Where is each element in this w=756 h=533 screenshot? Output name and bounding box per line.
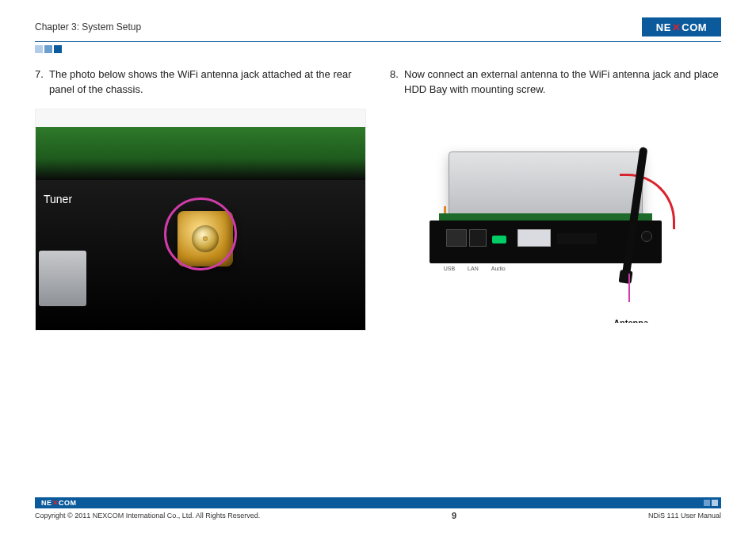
page-header: Chapter 3: System Setup NE✕COM [35, 17, 721, 36]
nexcom-logo: NE✕COM [642, 17, 721, 36]
square-icon [54, 45, 62, 53]
left-column: 7. The photo below shows the WiFi antenn… [35, 67, 366, 331]
decorative-squares [35, 45, 721, 53]
page-number: 9 [452, 511, 456, 520]
logo-text-right: COM [682, 21, 707, 33]
footer-bar: NE✕COM [35, 497, 721, 508]
lan-port-icon [469, 229, 487, 247]
tuner-port-icon [557, 233, 597, 244]
copyright-text: Copyright © 2011 NEXCOM International Co… [35, 512, 260, 520]
audio-port-icon [492, 236, 506, 243]
port-label: Audio [491, 266, 506, 271]
square-icon [44, 45, 52, 53]
footer-logo: NE✕COM [38, 499, 77, 507]
step-number: 8. [390, 67, 404, 98]
pcb-strip [36, 127, 365, 180]
device-assembly: USB LAN Audio [430, 151, 662, 276]
port-label: USB [444, 266, 455, 271]
page-footer: NE✕COM Copyright © 2011 NEXCOM Internati… [35, 497, 721, 520]
square-icon [696, 500, 702, 506]
footer-text-row: Copyright © 2011 NEXCOM International Co… [35, 511, 721, 520]
callout-line-icon [628, 274, 630, 302]
dvi-port-icon [517, 229, 551, 247]
step-7: 7. The photo below shows the WiFi antenn… [35, 67, 366, 98]
step-number: 7. [35, 67, 49, 98]
content-area: 7. The photo below shows the WiFi antenn… [35, 67, 721, 331]
footer-logo-text: NE [41, 499, 52, 507]
header-rule [35, 41, 721, 42]
logo-text-left: NE [656, 21, 671, 33]
port-label: LAN [468, 266, 479, 271]
antenna-callout-label: Antenna [613, 318, 648, 322]
square-icon [712, 500, 718, 506]
photo-device-antenna: USB LAN Audio Antenna [390, 109, 721, 323]
square-icon [704, 500, 710, 506]
footer-logo-x-icon: ✕ [52, 499, 59, 507]
dvi-port-icon [39, 251, 86, 306]
right-column: 8. Now connect an external antenna to th… [390, 67, 721, 331]
step-body: Now connect an external antenna to the W… [404, 67, 721, 98]
cable-icon [620, 174, 675, 229]
antenna-jack-icon [641, 231, 652, 242]
port-labels: USB LAN Audio [444, 266, 647, 271]
tuner-label: Tuner [44, 193, 72, 205]
step-8: 8. Now connect an external antenna to th… [390, 67, 721, 98]
chapter-title: Chapter 3: System Setup [35, 21, 141, 33]
callout-circle-icon [164, 197, 237, 270]
logo-x-icon: ✕ [671, 21, 682, 33]
photo-wifi-jack: Tuner [35, 109, 366, 331]
usb-port-icon [446, 229, 467, 247]
square-icon [35, 45, 43, 53]
manual-name: NDiS 111 User Manual [648, 512, 721, 520]
hdd-bay-icon [449, 151, 643, 224]
footer-squares [696, 500, 718, 506]
footer-logo-text: COM [59, 499, 77, 507]
step-body: The photo below shows the WiFi antenna j… [49, 67, 366, 98]
